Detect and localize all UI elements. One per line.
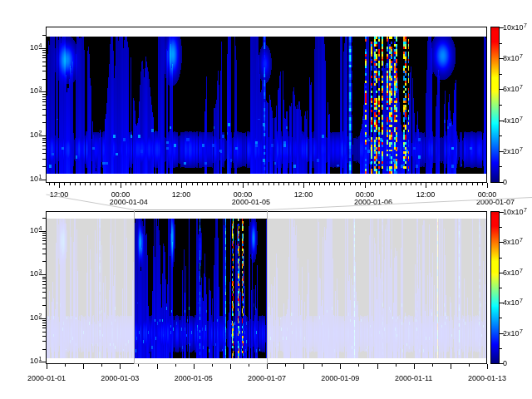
x-minor-tick [375,183,376,185]
y-minor-tick [42,233,46,234]
x-minor-tick [217,183,218,185]
x-minor-tick [101,364,102,367]
x-minor-tick [401,183,401,185]
x-major-tick [487,364,488,369]
x-minor-tick [156,183,157,185]
exponent: 7 [520,53,523,59]
x-minor-tick [446,183,447,185]
x-minor-tick [70,183,71,185]
x-minor-tick [85,183,86,185]
y-minor-tick [42,288,46,288]
y-tick-label: 104 [30,43,42,52]
x-major-tick [230,364,231,369]
x-minor-tick [391,183,392,185]
y-minor-tick [42,153,46,154]
colorbar-minor-tick [500,74,502,75]
x-minor-tick [380,183,381,185]
colorbar-tick-label: 2x107 [503,147,522,156]
y-minor-tick [42,94,46,95]
x-minor-tick [370,183,371,185]
exponent: 7 [524,207,527,213]
x-minor-tick [482,183,483,185]
x-major-tick [303,183,304,188]
y-minor-tick [42,284,46,285]
exponent: 1 [39,356,42,362]
x-minor-tick [105,183,106,185]
exponent: 2 [39,313,42,318]
y-minor-tick [42,244,46,244]
x-minor-tick [151,183,152,185]
y-tick-label: 101 [30,357,42,366]
y-minor-tick [42,145,46,146]
exponent: 7 [520,84,523,90]
y-minor-tick [42,249,46,249]
x-minor-tick [288,183,289,185]
x-minor-tick [212,183,213,185]
colorbar-minor-tick [500,43,502,44]
x-major-tick [426,183,426,188]
x-minor-tick [396,183,397,185]
x-minor-tick [161,183,162,185]
colorbar-tick-label: 6x107 [503,85,522,94]
x-minor-tick [192,183,193,185]
y-minor-tick [42,149,46,150]
x-minor-tick [207,183,208,185]
y-tick-label: 102 [30,131,42,140]
x-major-tick [59,183,60,188]
y-minor-tick [42,138,46,139]
y-minor-tick [42,238,46,239]
x-minor-tick [131,183,131,185]
x-major-tick [377,364,378,369]
x-minor-tick [100,183,101,185]
exponent: 7 [520,298,523,303]
date-tick-label: 2000-01-04 [110,198,148,206]
x-minor-tick [248,183,249,185]
date-tick-label: 2000-01-05 [175,374,213,382]
y-minor-tick [42,298,46,298]
x-minor-tick [322,364,323,367]
x-major-tick [120,364,121,369]
x-major-tick [340,364,341,369]
y-tick-label: 103 [30,269,42,278]
x-minor-tick [65,364,66,367]
y-minor-tick [42,109,46,110]
x-minor-tick [135,183,136,185]
y-minor-tick [42,66,46,66]
x-major-tick [83,364,84,369]
y-minor-tick [42,62,46,62]
x-minor-tick [451,183,452,185]
y-minor-tick [42,115,46,116]
x-major-tick [414,364,415,369]
x-minor-tick [421,183,421,185]
exponent: 3 [39,268,42,274]
x-major-tick [487,183,488,188]
y-minor-tick [42,101,46,102]
x-minor-tick [212,364,213,367]
colorbar-tick-label: 8x107 [503,238,522,247]
y-minor-tick [42,50,46,51]
y-minor-tick [42,240,46,241]
x-minor-tick [186,183,187,185]
y-minor-tick [42,55,46,56]
x-major-tick [181,183,182,188]
x-minor-tick [238,183,239,185]
x-minor-tick [258,183,259,185]
colorbar-tick-label: 10x107 [503,208,526,217]
x-minor-tick [293,183,294,185]
x-minor-tick [324,183,325,185]
y-minor-tick [42,325,46,326]
x-minor-tick [95,183,96,185]
y-minor-tick [42,142,46,143]
x-minor-tick [116,183,116,185]
selection-box[interactable] [134,209,268,364]
x-minor-tick [263,183,264,185]
x-minor-tick [360,183,361,185]
x-minor-tick [268,183,269,185]
x-minor-tick [222,183,223,185]
x-minor-tick [228,183,229,185]
y-minor-tick [42,159,46,160]
colorbar-tick-label: 0 [503,359,507,367]
y-minor-tick [42,328,46,328]
y-minor-tick [42,122,46,123]
exponent: 3 [39,86,42,91]
